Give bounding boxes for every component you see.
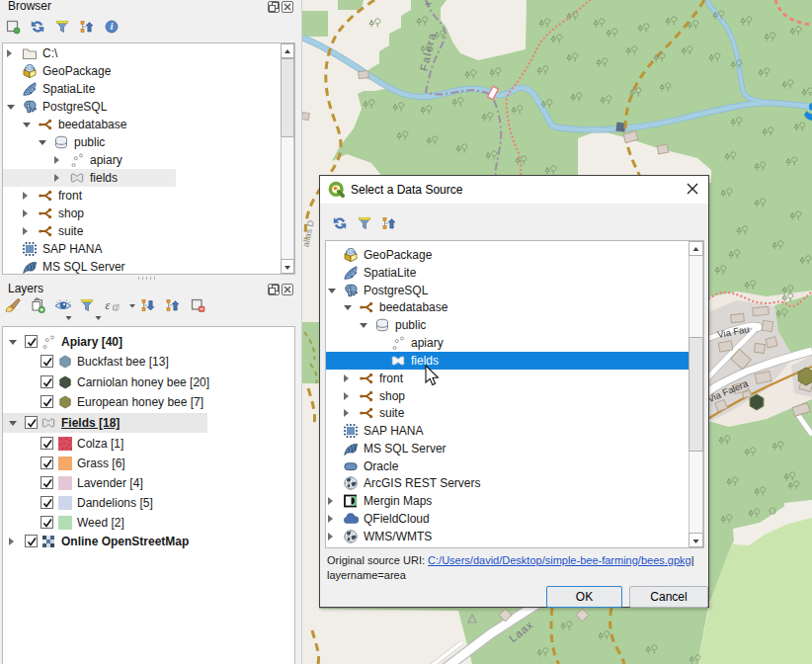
svg-text:i: i [111, 22, 114, 32]
svg-text:ε: ε [106, 298, 111, 312]
